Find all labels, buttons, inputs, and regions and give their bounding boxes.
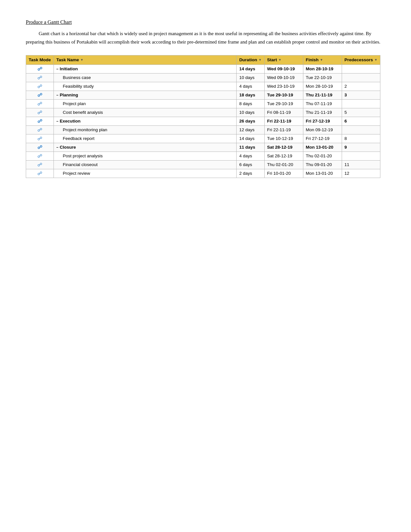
duration-cell: 11 days xyxy=(237,143,264,152)
predecessors-cell: 3 xyxy=(342,91,380,99)
col-header-task-mode: Task Mode xyxy=(26,55,54,65)
finish-cell: Fri 27-12-19 xyxy=(303,134,342,143)
start-cell: Wed 09-10-19 xyxy=(264,73,303,82)
task-mode-icon: ☍ xyxy=(37,101,42,106)
task-name-cell: Feedback report xyxy=(54,134,236,143)
gantt-table: Task Mode Task Name ▼ Duration ▼ Start ▼ xyxy=(26,55,380,178)
col-header-finish: Finish ▼ xyxy=(303,55,342,65)
task-name-cell: Financial closeout xyxy=(54,160,236,169)
duration-cell: 8 days xyxy=(237,99,264,108)
predecessors-cell: 2 xyxy=(342,82,380,91)
predecessors-cell xyxy=(342,64,380,73)
task-mode-cell: ☍ xyxy=(26,169,54,178)
task-name-cell: −Initiation xyxy=(54,64,236,73)
start-cell: Fri 22-11-19 xyxy=(264,125,303,134)
task-mode-icon: ☍ xyxy=(37,153,42,158)
col-header-predecessors: Predecessors ▼ xyxy=(342,55,380,65)
task-name-cell: Business case xyxy=(54,73,236,82)
task-mode-cell: ☍ xyxy=(26,152,54,160)
finish-cell: Mon 13-01-20 xyxy=(303,143,342,152)
start-cell: Sat 28-12-19 xyxy=(264,143,303,152)
start-cell: Fri 10-01-20 xyxy=(264,169,303,178)
finish-cell: Thu 02-01-20 xyxy=(303,152,342,160)
task-mode-icon: ☍ xyxy=(37,136,42,141)
col-header-duration: Duration ▼ xyxy=(237,55,264,65)
finish-cell: Mon 28-10-19 xyxy=(303,64,342,73)
duration-cell: 4 days xyxy=(237,152,264,160)
task-mode-cell: ☍ xyxy=(26,134,54,143)
start-cell: Tue 29-10-19 xyxy=(264,99,303,108)
task-mode-icon: ☍ xyxy=(37,84,42,89)
task-mode-cell: ☍ xyxy=(26,73,54,82)
duration-cell: 14 days xyxy=(237,64,264,73)
task-mode-cell: ☍ xyxy=(26,125,54,134)
task-mode-icon: ☍ xyxy=(37,127,42,132)
collapse-icon[interactable]: − xyxy=(56,145,58,149)
collapse-icon[interactable]: − xyxy=(56,67,58,71)
col-header-task-name: Task Name ▼ xyxy=(54,55,236,65)
col-header-start: Start ▼ xyxy=(264,55,303,65)
duration-cell: 6 days xyxy=(237,160,264,169)
task-mode-icon: ☍ xyxy=(37,119,42,123)
finish-sort-icon[interactable]: ▼ xyxy=(320,58,323,62)
task-mode-icon: ☍ xyxy=(37,162,42,167)
predecessors-cell: 12 xyxy=(342,169,380,178)
predecessors-cell xyxy=(342,99,380,108)
start-cell: Tue 10-12-19 xyxy=(264,134,303,143)
duration-cell: 2 days xyxy=(237,169,264,178)
start-cell: Wed 09-10-19 xyxy=(264,64,303,73)
start-sort-icon[interactable]: ▼ xyxy=(278,58,281,62)
start-cell: Fri 08-11-19 xyxy=(264,108,303,117)
finish-cell: Thu 09-01-20 xyxy=(303,160,342,169)
task-mode-cell: ☍ xyxy=(26,160,54,169)
finish-cell: Thu 21-11-19 xyxy=(303,91,342,99)
task-mode-cell: ☍ xyxy=(26,82,54,91)
finish-cell: Thu 07-11-19 xyxy=(303,99,342,108)
task-name-cell: Project monitoring plan xyxy=(54,125,236,134)
finish-cell: Mon 28-10-19 xyxy=(303,82,342,91)
duration-cell: 26 days xyxy=(237,117,264,125)
finish-cell: Mon 13-01-20 xyxy=(303,169,342,178)
predecessors-cell xyxy=(342,125,380,134)
predecessors-cell: 11 xyxy=(342,160,380,169)
task-mode-cell: ☍ xyxy=(26,91,54,99)
duration-cell: 12 days xyxy=(237,125,264,134)
task-mode-cell: ☍ xyxy=(26,117,54,125)
start-cell: Sat 28-12-19 xyxy=(264,152,303,160)
task-mode-cell: ☍ xyxy=(26,143,54,152)
intro-paragraph: Gantt chart is a horizontal bar chat whi… xyxy=(26,30,385,46)
finish-cell: Tue 22-10-19 xyxy=(303,73,342,82)
section-title: Produce a Gantt Chart xyxy=(26,19,385,25)
predecessors-cell: 9 xyxy=(342,143,380,152)
task-name-cell: Cost benefit analysis xyxy=(54,108,236,117)
duration-cell: 10 days xyxy=(237,108,264,117)
task-name-cell: Project review xyxy=(54,169,236,178)
task-name-sort-icon[interactable]: ▼ xyxy=(80,58,83,62)
task-mode-icon: ☍ xyxy=(37,75,42,80)
predecessors-sort-icon[interactable]: ▼ xyxy=(374,58,377,62)
task-name-cell: −Closure xyxy=(54,143,236,152)
task-mode-icon: ☍ xyxy=(37,145,42,150)
duration-cell: 10 days xyxy=(237,73,264,82)
task-name-cell: Project plan xyxy=(54,99,236,108)
finish-cell: Fri 27-12-19 xyxy=(303,117,342,125)
task-mode-icon: ☍ xyxy=(37,171,42,176)
duration-cell: 14 days xyxy=(237,134,264,143)
predecessors-cell: 6 xyxy=(342,117,380,125)
finish-cell: Thu 21-11-19 xyxy=(303,108,342,117)
start-cell: Wed 23-10-19 xyxy=(264,82,303,91)
predecessors-cell: 8 xyxy=(342,134,380,143)
start-cell: Fri 22-11-19 xyxy=(264,117,303,125)
collapse-icon[interactable]: − xyxy=(56,93,58,97)
start-cell: Thu 02-01-20 xyxy=(264,160,303,169)
duration-sort-icon[interactable]: ▼ xyxy=(259,58,262,62)
collapse-icon[interactable]: − xyxy=(56,119,58,123)
task-name-cell: −Planning xyxy=(54,91,236,99)
task-name-cell: Feasibility study xyxy=(54,82,236,91)
task-mode-icon: ☍ xyxy=(37,93,42,97)
finish-cell: Mon 09-12-19 xyxy=(303,125,342,134)
task-name-cell: Post project analysis xyxy=(54,152,236,160)
task-mode-cell: ☍ xyxy=(26,64,54,73)
start-cell: Tue 29-10-19 xyxy=(264,91,303,99)
task-mode-icon: ☍ xyxy=(37,66,42,71)
